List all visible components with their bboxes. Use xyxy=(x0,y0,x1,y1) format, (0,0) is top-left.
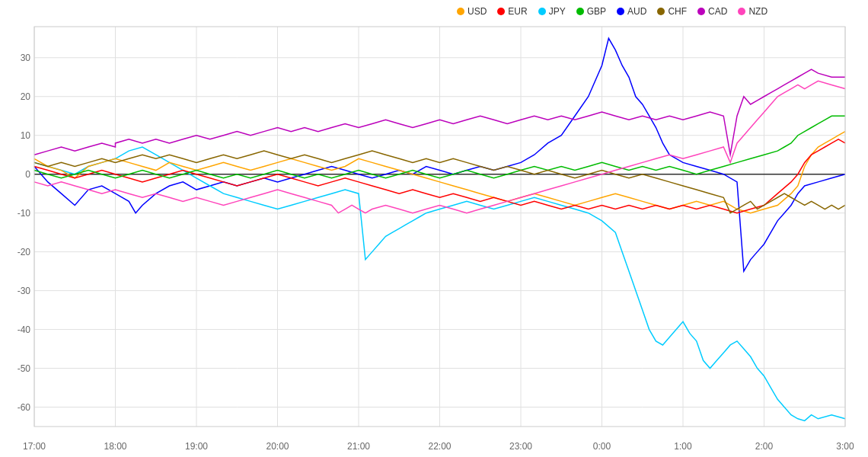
legend-label-eur: EUR xyxy=(508,6,527,17)
legend-item-cad: CAD xyxy=(697,6,727,17)
legend-label-jpy: JPY xyxy=(549,6,566,17)
legend-label-nzd: NZD xyxy=(748,6,767,17)
legend-item-chf: CHF xyxy=(657,6,687,17)
legend-item-nzd: NZD xyxy=(738,6,767,17)
legend-item-usd: USD xyxy=(457,6,487,17)
chart-canvas xyxy=(0,0,868,457)
legend-dot-jpy xyxy=(538,8,546,15)
legend-dot-usd xyxy=(457,8,464,15)
legend-dot-nzd xyxy=(738,8,745,15)
legend-label-cad: CAD xyxy=(708,6,727,17)
legend-item-eur: EUR xyxy=(497,6,527,17)
legend-dot-cad xyxy=(697,8,705,15)
legend-item-aud: AUD xyxy=(617,6,646,17)
legend-item-jpy: JPY xyxy=(538,6,566,17)
legend-dot-gbp xyxy=(576,8,584,15)
legend-dot-eur xyxy=(497,8,505,15)
legend-item-gbp: GBP xyxy=(576,6,606,17)
chart-legend: USDEURJPYGBPAUDCHFCADNZD xyxy=(457,6,767,17)
legend-label-chf: CHF xyxy=(668,6,687,17)
legend-label-aud: AUD xyxy=(627,6,646,17)
legend-label-usd: USD xyxy=(468,6,487,17)
legend-label-gbp: GBP xyxy=(587,6,606,17)
legend-dot-chf xyxy=(657,8,665,15)
legend-dot-aud xyxy=(617,8,624,15)
chart-container: USDEURJPYGBPAUDCHFCADNZD xyxy=(0,0,868,457)
